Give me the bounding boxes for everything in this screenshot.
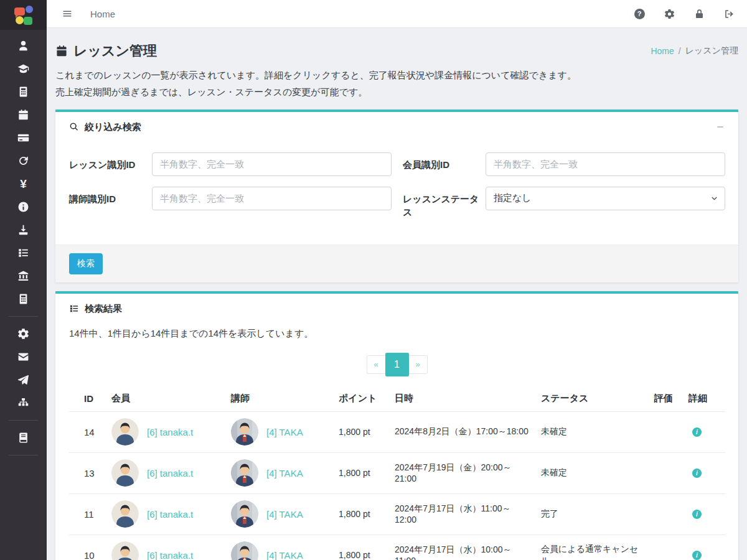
search-card-title: 絞り込み検索 [69, 121, 141, 133]
sidebar-item-info-circle[interactable] [0, 195, 47, 218]
cell-points: 1,800 pt [334, 534, 390, 560]
settings-button[interactable] [664, 8, 675, 19]
logout-button[interactable] [723, 8, 735, 19]
lock-button[interactable] [693, 8, 705, 19]
member-link[interactable]: [6] tanaka.t [147, 550, 193, 560]
teacher-link[interactable]: [4] TAKA [266, 509, 303, 520]
table-header-row: ID 会員 講師 ポイント 日時 ステータス 評価 詳細 [69, 385, 725, 412]
member-link[interactable]: [6] tanaka.t [147, 509, 193, 520]
teacher-id-input[interactable] [152, 187, 392, 210]
breadcrumb: Home / レッスン管理 [651, 45, 738, 57]
table-row: 13[6] tanaka.t[4] TAKA1,800 pt2024年7月19日… [69, 452, 725, 493]
calendar-icon [17, 109, 29, 121]
sidebar-item-envelope[interactable] [0, 345, 47, 368]
cell-rating [649, 493, 684, 534]
lesson-status-select[interactable]: 指定なし [486, 187, 725, 210]
sidebar-item-gear[interactable] [0, 322, 47, 345]
sidebar-item-bank[interactable] [0, 264, 47, 287]
sidebar-item-user[interactable] [0, 34, 47, 57]
sidebar: ¥ [0, 0, 47, 560]
logo-shape-green [24, 17, 32, 25]
app-logo[interactable] [0, 0, 47, 30]
teacher-id-label: 講師識別ID [69, 187, 152, 218]
logo-shape-yellow [16, 16, 24, 24]
cell-status: 会員による通常キャンセル [536, 534, 649, 560]
cell-status: 完了 [536, 493, 649, 534]
teacher-link[interactable]: [4] TAKA [266, 468, 303, 478]
gear-icon [17, 328, 29, 340]
graduation-cap-icon [17, 63, 29, 75]
cell-detail: i [684, 493, 725, 534]
redo-icon [17, 155, 29, 167]
sidebar-item-download[interactable] [0, 218, 47, 241]
header-teacher: 講師 [226, 385, 334, 412]
topbar: Home ? [47, 0, 747, 28]
sidebar-item-calculator[interactable] [0, 80, 47, 103]
cell-id: 14 [69, 411, 106, 452]
lock-icon [694, 9, 705, 19]
header-datetime: 日時 [390, 385, 536, 412]
cell-points: 1,800 pt [334, 452, 390, 493]
table-row: 14[6] tanaka.t[4] TAKA1,800 pt2024年8月2日（… [69, 411, 725, 452]
info-circle-icon [17, 201, 29, 213]
lessons-table: ID 会員 講師 ポイント 日時 ステータス 評価 詳細 14[6] tanak… [69, 385, 725, 560]
search-results-card: 検索結果 14件中、1件目から14件目までの14件を表示しています。 « 1 »… [55, 291, 738, 560]
member-link[interactable]: [6] tanaka.t [147, 427, 193, 437]
page-description: これまでのレッスンの一覧が表示されています。詳細をクリックすると、完了報告状況や… [47, 67, 747, 101]
teacher-link[interactable]: [4] TAKA [266, 550, 303, 560]
member-id-input[interactable] [486, 152, 725, 176]
sidebar-item-redo[interactable] [0, 149, 47, 172]
collapse-button[interactable] [716, 123, 725, 131]
sidebar-item-calendar[interactable] [0, 103, 47, 126]
sidebar-item-paper-plane[interactable] [0, 368, 47, 391]
cell-datetime: 2024年7月17日（水）10:00～11:00 [390, 534, 536, 560]
pagination-prev[interactable]: « [367, 355, 385, 374]
teacher-avatar [231, 459, 258, 487]
detail-info-button[interactable]: i [692, 510, 702, 519]
sign-out-icon [724, 9, 735, 19]
download-icon [17, 224, 29, 236]
credit-card-icon [17, 132, 29, 144]
detail-info-button[interactable]: i [692, 551, 702, 560]
breadcrumb-home-link[interactable]: Home [651, 46, 674, 56]
cell-id: 10 [69, 534, 106, 560]
sidebar-item-calculator[interactable] [0, 287, 47, 310]
sidebar-item-book[interactable] [0, 426, 47, 449]
pagination-page-1[interactable]: 1 [385, 353, 409, 376]
member-link[interactable]: [6] tanaka.t [147, 468, 193, 478]
lesson-id-label: レッスン識別ID [69, 152, 152, 176]
logo-icon [12, 6, 35, 25]
list-icon [69, 304, 79, 314]
topbar-home-link[interactable]: Home [90, 9, 115, 19]
help-button[interactable]: ? [634, 8, 645, 19]
lesson-id-input[interactable] [152, 152, 392, 176]
pagination: « 1 » [55, 353, 738, 376]
sidebar-item-graduation-cap[interactable] [0, 57, 47, 80]
detail-info-button[interactable]: i [692, 469, 702, 478]
detail-info-button[interactable]: i [692, 427, 702, 437]
logo-shape-blue [26, 6, 33, 13]
breadcrumb-current: レッスン管理 [685, 45, 738, 57]
bars-icon [62, 8, 73, 19]
cell-member: [6] tanaka.t [106, 452, 226, 493]
book-icon [17, 432, 29, 444]
search-icon [69, 122, 79, 132]
cell-id: 11 [69, 493, 106, 534]
results-card-title: 検索結果 [69, 303, 122, 315]
teacher-link[interactable]: [4] TAKA [266, 427, 303, 437]
cell-rating [649, 534, 684, 560]
search-filter-card: 絞り込み検索 レッスン識別ID 会員識別ID 講師識別ID レッスンステータス … [55, 110, 738, 282]
header-id: ID [69, 385, 106, 412]
cell-member: [6] tanaka.t [106, 411, 226, 452]
sidebar-item-credit-card[interactable] [0, 126, 47, 149]
cell-teacher: [4] TAKA [226, 493, 334, 534]
search-submit-button[interactable]: 検索 [69, 253, 103, 274]
question-icon: ? [634, 9, 645, 19]
gear-icon [664, 9, 675, 19]
pagination-next[interactable]: » [409, 355, 428, 374]
cell-rating [649, 411, 684, 452]
sidebar-item-sitemap[interactable] [0, 391, 47, 414]
menu-toggle-icon[interactable] [55, 4, 79, 23]
sidebar-item-tasks[interactable] [0, 241, 47, 264]
sidebar-item-yen[interactable]: ¥ [0, 172, 47, 195]
